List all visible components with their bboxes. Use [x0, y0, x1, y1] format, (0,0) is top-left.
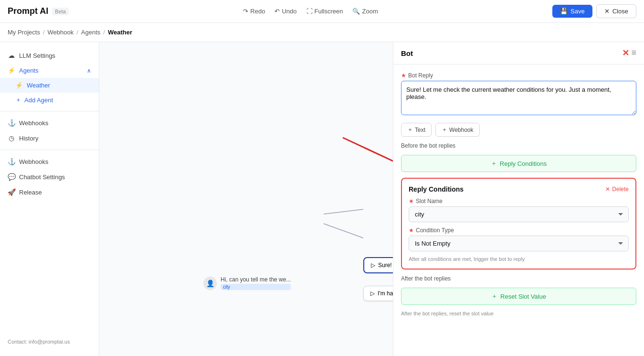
sidebar-item-weather[interactable]: ⚡ Weather: [0, 78, 99, 93]
close-icon: ✕: [604, 8, 610, 15]
bot-reply-node-1[interactable]: ▷ Sure! Let me check the c...: [363, 257, 393, 273]
plus-reset-icon: ＋: [491, 292, 497, 301]
breadcrumb-agents[interactable]: Agents: [81, 29, 100, 36]
save-button[interactable]: 💾 Save: [552, 5, 592, 18]
after-bot-replies-label: After the bot replies: [401, 275, 636, 282]
app-title: Prompt AI: [8, 6, 48, 16]
save-icon: 💾: [560, 8, 568, 15]
user-avatar: 👤: [203, 277, 217, 290]
user-message-text: Hi, can you tell me the we...: [221, 276, 291, 283]
sidebar-divider-1: [0, 111, 99, 111]
breadcrumb-my-projects[interactable]: My Projects: [8, 29, 40, 36]
delete-condition-button[interactable]: ✕ Delete: [605, 186, 629, 193]
bot-reply-textarea[interactable]: [401, 81, 636, 115]
sidebar-item-webhooks-2[interactable]: ⚓ Webhooks: [0, 154, 99, 169]
reset-slot-info: After the bot replies, reset the slot va…: [401, 311, 636, 316]
right-panel-header: Bot ✕ ≡: [393, 42, 644, 65]
sidebar-item-history[interactable]: ◷ History: [0, 130, 99, 146]
right-panel: Bot ✕ ≡ ★ Bot Reply ＋ Text: [393, 42, 644, 356]
delete-icon: ✕: [605, 186, 610, 193]
release-icon: 🚀: [8, 188, 15, 196]
city-slot-badge: city: [221, 284, 291, 290]
panel-menu-icon: ≡: [631, 48, 636, 58]
toolbar-actions: ↷ Redo ↶ Undo ⛶ Fullscreen 🔍 Zoom: [243, 8, 378, 15]
plus-reply-icon: ＋: [491, 159, 497, 168]
slot-name-label: ★ Slot Name: [409, 198, 629, 205]
sidebar-item-chatbot-settings[interactable]: 💬 Chatbot Settings: [0, 169, 99, 184]
before-bot-replies-label: Before the bot replies: [401, 142, 636, 149]
plus-text-icon: ＋: [407, 126, 413, 134]
sidebar-item-release[interactable]: 🚀 Release: [0, 184, 99, 200]
app-beta-badge: Beta: [52, 8, 69, 15]
user-message-node[interactable]: 👤 Hi, can you tell me the we... city: [203, 276, 291, 290]
condition-type-select[interactable]: Is Not Empty: [409, 236, 629, 251]
plus-webhook-icon: ＋: [442, 126, 447, 134]
chatbot-icon: 💬: [8, 173, 15, 181]
top-bar-right: 💾 Save ✕ Close: [552, 4, 636, 18]
add-webhook-button[interactable]: ＋ Webhook: [435, 123, 479, 137]
sidebar-divider-2: [0, 150, 99, 150]
slot-name-select[interactable]: city: [409, 206, 629, 222]
fullscreen-button[interactable]: ⛶ Fullscreen: [306, 8, 343, 15]
conditions-info-text: After all conditions are met, trigger th…: [409, 256, 629, 262]
panel-close-icon: ✕: [622, 48, 629, 58]
top-bar: Prompt AI Beta ↷ Redo ↶ Undo ⛶ Fullscree…: [0, 0, 644, 23]
zoom-button[interactable]: 🔍 Zoom: [352, 8, 378, 15]
sidebar-item-webhooks-1[interactable]: ⚓ Webhooks: [0, 115, 99, 130]
redo-button[interactable]: ↷ Redo: [243, 8, 265, 15]
add-buttons: ＋ Text ＋ Webhook: [401, 123, 636, 137]
contact-info: Contact: info@promptai.us: [0, 333, 99, 350]
condition-title: Reply Conditions: [409, 185, 464, 193]
webhook-icon: ⚓: [8, 119, 15, 127]
bot-reply-1-text: Sure! Let me check the c...: [378, 262, 393, 269]
send-icon-2: ▷: [370, 290, 375, 297]
body: ☁ LLM Settings ⚡ Agents ∧ ⚡ Weather ＋ Ad…: [0, 42, 644, 356]
arrow-svg: [99, 42, 393, 356]
panel-body: ★ Bot Reply ＋ Text ＋ Webhook Before the …: [393, 65, 644, 324]
history-icon: ◷: [8, 134, 15, 142]
reply-conditions-box: Reply Conditions ✕ Delete ★ Slot Name ci…: [401, 178, 636, 270]
add-reply-conditions-button[interactable]: ＋ Reply Conditions: [401, 155, 636, 172]
bot-reply-label: ★ Bot Reply: [401, 72, 636, 79]
weather-agent-icon: ⚡: [15, 82, 23, 89]
reset-slot-button[interactable]: ＋ Reset Slot Value: [401, 288, 636, 305]
add-text-button[interactable]: ＋ Text: [401, 123, 432, 137]
cloud-icon: ☁: [8, 52, 15, 59]
slot-name-field: ★ Slot Name city: [409, 198, 629, 222]
breadcrumb-webhook[interactable]: Webhook: [48, 29, 74, 36]
bot-reply-2-text: I'm having trouble unders...: [378, 290, 393, 297]
sidebar-agents-header[interactable]: ⚡ Agents ∧: [0, 63, 99, 78]
plus-icon: ＋: [15, 96, 21, 104]
svg-line-1: [324, 224, 363, 238]
breadcrumb: My Projects / Webhook / Agents / Weather: [0, 23, 644, 42]
main-canvas[interactable]: 👤 Hi, can you tell me the we... city ▷ S…: [99, 42, 393, 356]
breadcrumb-current: Weather: [108, 29, 132, 36]
send-icon-1: ▷: [371, 262, 375, 269]
undo-button[interactable]: ↶ Undo: [274, 8, 296, 15]
condition-type-field: ★ Condition Type Is Not Empty: [409, 227, 629, 251]
fullscreen-icon: ⛶: [306, 8, 313, 15]
app-logo-area: Prompt AI Beta: [8, 6, 69, 16]
redo-icon: ↷: [243, 8, 248, 15]
sidebar-item-llm-settings[interactable]: ☁ LLM Settings: [0, 48, 99, 63]
condition-type-label: ★ Condition Type: [409, 227, 629, 234]
agents-icon: ⚡: [8, 67, 15, 74]
sidebar: ☁ LLM Settings ⚡ Agents ∧ ⚡ Weather ＋ Ad…: [0, 42, 99, 356]
close-button[interactable]: ✕ Close: [596, 4, 636, 18]
webhook-2-icon: ⚓: [8, 158, 15, 165]
svg-line-0: [324, 209, 363, 214]
agents-collapse-icon: ∧: [87, 67, 91, 74]
panel-title: Bot: [401, 49, 413, 57]
bot-reply-node-2[interactable]: ▷ I'm having trouble unders...: [363, 286, 393, 301]
bot-reply-field: ★ Bot Reply: [401, 72, 636, 117]
svg-line-3: [343, 138, 393, 199]
add-agent-button[interactable]: ＋ Add Agent: [0, 93, 99, 107]
zoom-icon: 🔍: [352, 8, 360, 15]
condition-box-header: Reply Conditions ✕ Delete: [409, 185, 629, 193]
undo-icon: ↶: [274, 8, 280, 15]
